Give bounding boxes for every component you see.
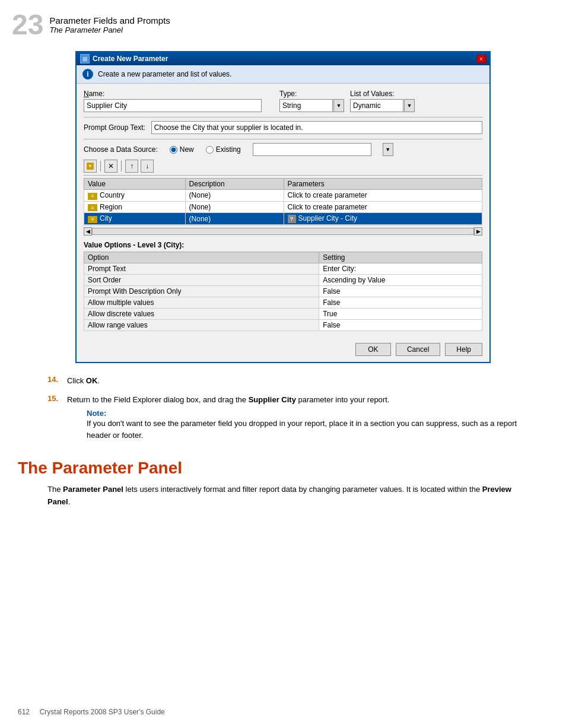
dialog-titlebar: ⊞ Create New Parameter × — [77, 52, 489, 65]
step-14: 14. Click OK. — [47, 375, 519, 387]
info-text: Create a new parameter and list of value… — [98, 70, 231, 78]
section-body-text: The Parameter Panel lets users interacti… — [47, 484, 519, 508]
toolbar-row: + ✕ ↑ ↓ — [84, 160, 482, 176]
page-number: 612 — [18, 708, 30, 716]
setting-cell: False — [319, 297, 482, 309]
step-15-number: 15. — [47, 394, 62, 403]
table-row[interactable]: ≡Country(None)Click to create parameter — [84, 190, 482, 202]
name-input[interactable] — [84, 99, 262, 112]
list-values-dropdown-arrow[interactable]: ▼ — [404, 99, 415, 112]
options-row: Allow range valuesFalse — [84, 320, 482, 331]
setting-cell: Ascending by Value — [319, 275, 482, 286]
step-14-text: Click OK. — [67, 375, 100, 387]
option-cell: Prompt Text — [84, 263, 319, 275]
note-label: Note: — [87, 409, 519, 418]
scroll-left-button[interactable]: ◀ — [84, 227, 92, 236]
scrollbar-track[interactable] — [92, 228, 474, 235]
existing-input[interactable] — [253, 143, 371, 156]
note-box: Note: If you don't want to see the param… — [87, 409, 519, 441]
parameters-cell: Click to create parameter — [284, 190, 482, 202]
parameters-cell: ?Supplier City - City — [284, 213, 482, 225]
setting-cell: False — [319, 320, 482, 331]
list-values-input[interactable] — [350, 99, 403, 112]
options-row: Prompt With Description OnlyFalse — [84, 286, 482, 297]
type-field-group: Type: ▼ — [279, 90, 344, 112]
value-icon: ≡ — [88, 204, 97, 211]
param-badge: ? — [288, 215, 296, 223]
options-row: Allow multiple valuesFalse — [84, 297, 482, 309]
radio-existing-label: Existing — [216, 145, 241, 154]
options-table: Option Setting Prompt TextEnter City:Sor… — [84, 252, 482, 331]
radio-new[interactable]: New — [170, 145, 194, 154]
close-button[interactable]: × — [476, 55, 486, 63]
list-values-field-group: List of Values: ▼ — [350, 90, 415, 112]
option-cell: Prompt With Description Only — [84, 286, 319, 297]
radio-new-input[interactable] — [170, 146, 177, 154]
options-row: Sort OrderAscending by Value — [84, 275, 482, 286]
options-row: Prompt TextEnter City: — [84, 263, 482, 275]
radio-existing-input[interactable] — [206, 146, 214, 154]
prompt-group-label: Prompt Group Text: — [84, 123, 145, 132]
col-header-parameters: Parameters — [284, 179, 482, 190]
move-down-button[interactable]: ↓ — [141, 160, 154, 173]
option-cell: Allow discrete values — [84, 309, 319, 320]
col-header-value: Value — [84, 179, 186, 190]
toolbar-separator-2 — [121, 161, 122, 171]
ok-button[interactable]: OK — [355, 343, 391, 356]
dialog-info-bar: i Create a new parameter and list of val… — [77, 65, 489, 84]
name-label: Name: — [84, 90, 262, 98]
values-table: Value Description Parameters ≡Country(No… — [84, 178, 482, 225]
chapter-info: Parameter Fields and Prompts The Paramet… — [49, 11, 170, 34]
list-values-wrapper: ▼ — [350, 99, 415, 112]
name-type-row: Name: Type: ▼ List of Values: ▼ — [84, 90, 482, 112]
type-input[interactable] — [279, 99, 333, 112]
setting-cell: Enter City: — [319, 263, 482, 275]
cancel-button[interactable]: Cancel — [396, 343, 440, 356]
dialog-title-icon: ⊞ — [80, 54, 90, 63]
table-row[interactable]: ≡City(None)?Supplier City - City — [84, 213, 482, 225]
description-cell: (None) — [185, 213, 284, 225]
chapter-title-main: Parameter Fields and Prompts — [49, 15, 170, 26]
existing-dropdown-arrow[interactable]: ▼ — [383, 143, 393, 156]
option-cell: Allow multiple values — [84, 297, 319, 309]
option-cell: Allow range values — [84, 320, 319, 331]
values-table-scroll[interactable]: Value Description Parameters ≡Country(No… — [84, 178, 482, 225]
type-select-wrapper: ▼ — [279, 99, 344, 112]
move-up-button[interactable]: ↑ — [125, 160, 138, 173]
list-values-label: List of Values: — [350, 90, 415, 98]
horizontal-scrollbar[interactable]: ◀ ▶ — [84, 225, 482, 237]
step-15-text: Return to the Field Explorer dialog box,… — [67, 395, 389, 404]
dialog-titlebar-left: ⊞ Create New Parameter — [80, 54, 168, 63]
section-heading: The Parameter Panel — [18, 459, 548, 478]
add-field-button[interactable]: + — [84, 160, 97, 173]
data-source-label: Choose a Data Source: — [84, 145, 158, 154]
note-text: If you don't want to see the parameter f… — [87, 418, 519, 441]
delete-button[interactable]: ✕ — [104, 160, 117, 173]
type-label: Type: — [279, 90, 344, 98]
toolbar-separator — [100, 161, 101, 171]
description-cell: (None) — [185, 201, 284, 213]
dialog-footer: OK Cancel Help — [77, 337, 489, 362]
value-cell: ≡City — [84, 213, 186, 225]
page-footer: 612 Crystal Reports 2008 SP3 User's Guid… — [18, 708, 165, 716]
scroll-right-button[interactable]: ▶ — [474, 227, 482, 236]
col-header-description: Description — [185, 179, 284, 190]
help-button[interactable]: Help — [445, 343, 482, 356]
page-header: 23 Parameter Fields and Prompts The Para… — [0, 0, 566, 45]
type-dropdown-arrow[interactable]: ▼ — [333, 99, 344, 112]
prompt-group-input[interactable] — [151, 121, 482, 134]
step-14-number: 14. — [47, 375, 62, 384]
setting-cell: False — [319, 286, 482, 297]
dialog-wrapper: ⊞ Create New Parameter × i Create a new … — [75, 51, 491, 363]
options-col-setting: Setting — [319, 252, 482, 263]
step-15: 15. Return to the Field Explorer dialog … — [47, 394, 519, 441]
radio-existing[interactable]: Existing — [206, 145, 241, 154]
dialog-title-text: Create New Parameter — [93, 55, 168, 63]
chapter-number: 23 — [12, 11, 43, 39]
dialog-form: Name: Type: ▼ List of Values: ▼ — [77, 84, 489, 337]
option-cell: Sort Order — [84, 275, 319, 286]
options-col-option: Option — [84, 252, 319, 263]
table-row[interactable]: ≡Region(None)Click to create parameter — [84, 201, 482, 213]
radio-new-label: New — [180, 145, 194, 154]
options-row: Allow discrete valuesTrue — [84, 309, 482, 320]
